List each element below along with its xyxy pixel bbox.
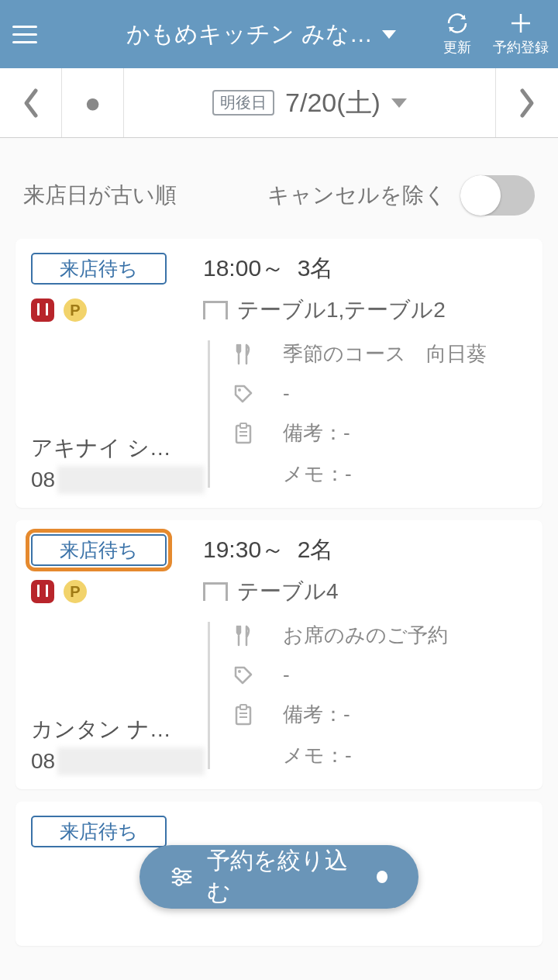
date-navigation: ● 明後日 7/20(土) [0,68,558,138]
filter-active-indicator [377,871,388,883]
note-icon [232,704,255,726]
date-relative-tag: 明後日 [212,90,274,116]
date-text: 7/20(土) [285,85,381,121]
table-info: テーブル4 [203,577,527,606]
add-reservation-button[interactable]: 予約登録 [493,12,549,57]
redacted-mask [57,747,205,775]
status-badge: 来店待ち [31,253,167,285]
prev-day-button[interactable] [0,68,62,137]
status-badge: 来店待ち [31,534,167,566]
svg-rect-2 [240,423,246,428]
svg-point-3 [238,670,241,673]
today-button[interactable]: ● [62,68,124,137]
cutlery-icon [232,343,255,365]
filter-fab-label: 予約を絞り込む [207,845,356,909]
filter-icon [170,866,193,888]
tag-icon [232,384,255,404]
reservation-card[interactable]: 来店待ち P 19:30～ 2名 テーブル4 カンタン ナ… [16,520,542,789]
note-row: 備考：- [232,419,527,447]
memo-row: メモ：- [232,742,527,769]
tag-icon [232,665,255,685]
course-row: 季節のコース 向日葵 [232,340,527,368]
filter-fab-button[interactable]: 予約を絞り込む [140,845,418,909]
customer-phone: 08 [31,749,186,774]
customer-phone: 08 [31,468,186,492]
exclude-cancel-control: キャンセルを除く [267,175,535,216]
time-party: 19:30～ 2名 [203,534,527,566]
refresh-icon [444,12,470,35]
sort-label[interactable]: 来店日が古い順 [23,181,177,210]
cutlery-icon [232,625,255,647]
note-icon [232,423,255,444]
point-icon: P [64,298,87,322]
course-row: お席のみのご予約 [232,622,527,649]
svg-point-8 [176,880,181,885]
customer-name: カンタン ナ… [31,715,186,744]
tag-row: - [232,663,527,687]
note-row: 備考：- [232,701,527,728]
point-icon: P [64,580,87,603]
exclude-cancel-toggle[interactable] [460,175,535,216]
date-picker[interactable]: 明後日 7/20(土) [124,68,496,137]
chevron-down-icon [382,30,396,39]
table-icon [203,582,228,601]
tag-row: - [232,381,527,405]
store-selector[interactable]: かもめキッチン みな… [79,19,443,50]
add-label: 予約登録 [493,38,549,57]
chevron-down-icon [391,98,407,108]
memo-row: メモ：- [232,461,527,488]
customer-name: アキナイ シ… [31,433,186,463]
time-party: 18:00～ 3名 [203,253,527,285]
svg-rect-5 [240,705,246,709]
header-actions: 更新 予約登録 [443,12,549,57]
redacted-mask [57,466,205,494]
svg-point-0 [238,388,241,392]
toggle-knob [460,175,501,216]
list-controls: 来店日が古い順 キャンセルを除く [0,138,558,239]
svg-point-6 [174,868,180,874]
table-info: テーブル1,テーブル2 [203,295,527,325]
status-badge: 来店待ち [31,816,167,847]
app-header: かもめキッチン みな… 更新 予約登録 [0,0,558,68]
refresh-button[interactable]: 更新 [443,12,471,57]
hotpepper-icon [31,580,54,603]
exclude-cancel-label: キャンセルを除く [267,181,446,210]
plus-icon [508,12,534,35]
menu-icon[interactable] [9,22,40,47]
table-icon [203,301,228,319]
store-title: かもめキッチン みな… [126,19,372,50]
next-day-button[interactable] [496,68,558,137]
reservation-list: 来店待ち P 18:00～ 3名 テーブル1,テーブル2 アキナイ シ… [0,239,558,946]
reservation-card[interactable]: 来店待ち P 18:00～ 3名 テーブル1,テーブル2 アキナイ シ… [16,239,542,508]
svg-point-7 [183,874,188,879]
hotpepper-icon [31,298,54,322]
refresh-label: 更新 [443,38,471,57]
